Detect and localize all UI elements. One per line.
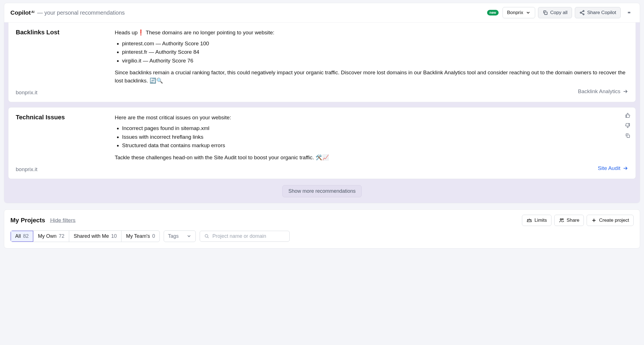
projects-panel: My Projects Hide filters Limits Share Cr…	[4, 209, 640, 248]
chevron-down-icon	[186, 234, 192, 239]
backlink-analytics-link[interactable]: Backlink Analytics	[578, 88, 628, 96]
tab-my-own[interactable]: My Own72	[33, 231, 69, 242]
copilot-header: CopilotAI — your personal recommendation…	[4, 3, 640, 23]
crown-icon	[526, 218, 532, 223]
project-selector[interactable]: Bonprix	[503, 7, 535, 18]
card-item-list: pinterest.com — Authority Score 100 pint…	[115, 40, 628, 65]
card-title: Technical Issues	[16, 114, 115, 121]
share-icon	[579, 10, 585, 15]
card-title: Backlinks Lost	[16, 29, 115, 36]
limits-button[interactable]: Limits	[522, 215, 551, 226]
thumbs-down-button[interactable]	[625, 123, 631, 128]
card-domain: bonprix.it	[16, 89, 115, 96]
projects-filter-row: All82 My Own72 Shared with Me10 My Team'…	[10, 230, 634, 242]
svg-line-5	[581, 13, 583, 14]
svg-line-4	[581, 11, 583, 12]
collapse-button[interactable]	[625, 8, 634, 17]
copilot-subtitle: — your personal recommendations	[37, 10, 125, 16]
svg-rect-0	[544, 12, 547, 15]
projects-share-button[interactable]: Share	[554, 215, 584, 226]
svg-point-3	[583, 14, 584, 15]
create-project-button[interactable]: Create project	[587, 215, 634, 226]
copy-all-button[interactable]: Copy all	[538, 7, 572, 18]
collapse-icon	[626, 10, 632, 15]
svg-point-1	[583, 10, 584, 12]
projects-header: My Projects Hide filters Limits Share Cr…	[10, 215, 634, 226]
recommendation-card-technical: Technical Issues bonprix.it Here are the…	[8, 107, 636, 179]
copilot-title: CopilotAI	[10, 9, 34, 16]
arrow-right-icon	[623, 89, 628, 94]
share-copilot-button[interactable]: Share Copilot	[575, 7, 621, 18]
arrow-right-icon	[623, 165, 628, 171]
list-item: Incorrect pages found in sitemap.xml	[122, 124, 628, 133]
tab-all[interactable]: All82	[11, 231, 33, 242]
copy-icon	[625, 133, 631, 138]
thumbs-up-button[interactable]	[625, 113, 631, 118]
card-outro: Tackle these challenges head-on with the…	[115, 154, 628, 162]
svg-rect-8	[627, 135, 630, 137]
card-domain: bonprix.it	[16, 166, 115, 173]
copy-icon	[542, 10, 548, 15]
tags-select[interactable]: Tags	[164, 230, 196, 242]
copilot-body: Backlinks Lost bonprix.it Heads up❗ Thes…	[4, 23, 640, 203]
thumbs-down-icon	[625, 123, 631, 128]
new-badge: new	[487, 10, 499, 15]
list-item: virgilio.it — Authority Score 76	[122, 57, 628, 65]
card-outro: Since backlinks remain a crucial ranking…	[115, 69, 628, 85]
card-intro: Heads up❗ These domains are no longer po…	[115, 29, 628, 37]
svg-point-13	[205, 234, 208, 237]
list-item: pinterest.com — Authority Score 100	[122, 40, 628, 48]
show-more-button[interactable]: Show more recommendations	[282, 185, 361, 197]
card-item-list: Incorrect pages found in sitemap.xml Iss…	[115, 124, 628, 150]
card-intro: Here are the most critical issues on you…	[115, 114, 628, 122]
list-item: Structured data that contains markup err…	[122, 142, 628, 150]
svg-point-2	[580, 12, 581, 13]
search-icon	[204, 233, 210, 239]
list-item: Issues with incorrect hreflang links	[122, 133, 628, 141]
list-item: pinterest.fr — Authority Score 84	[122, 48, 628, 56]
project-search-input[interactable]	[212, 233, 285, 239]
plus-icon	[591, 218, 597, 223]
hide-filters-link[interactable]: Hide filters	[50, 217, 76, 223]
tab-my-teams[interactable]: My Team's0	[121, 231, 159, 242]
chevron-down-icon	[526, 10, 531, 15]
site-audit-link[interactable]: Site Audit	[598, 164, 628, 173]
people-icon	[559, 218, 564, 223]
filter-tabs: All82 My Own72 Shared with Me10 My Team'…	[10, 230, 160, 242]
tab-shared-with-me[interactable]: Shared with Me10	[69, 231, 121, 242]
thumbs-up-icon	[625, 113, 631, 118]
copy-card-button[interactable]	[625, 133, 631, 138]
recommendation-card-backlinks: Backlinks Lost bonprix.it Heads up❗ Thes…	[8, 23, 636, 102]
projects-title: My Projects	[10, 217, 45, 224]
svg-point-9	[560, 219, 562, 220]
svg-line-14	[208, 237, 209, 238]
copilot-panel: CopilotAI — your personal recommendation…	[4, 3, 640, 203]
svg-point-10	[562, 218, 563, 219]
card-actions	[625, 113, 631, 138]
project-search[interactable]	[200, 231, 290, 242]
